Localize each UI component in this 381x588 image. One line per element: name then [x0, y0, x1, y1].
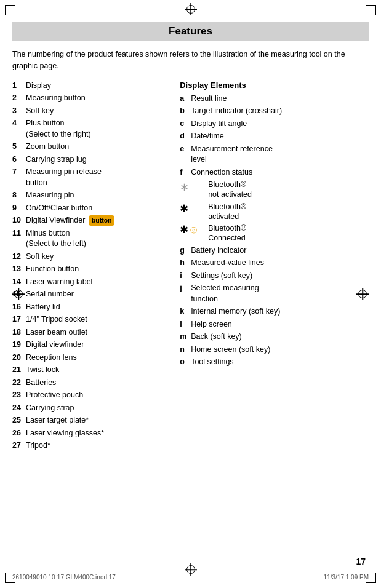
list-item: 23 Protective pouch	[12, 390, 174, 401]
display-item-m: m Back (soft key)	[180, 332, 369, 343]
list-item-21: 21 Twist lock	[12, 365, 174, 376]
bluetooth-group: ∗ Bluetooth®not activated ✱ Bluetooth®ac…	[180, 180, 369, 244]
list-item: 1 Display	[12, 81, 174, 92]
footer: 2610049010 10-17 GLM400C.indd 17 11/3/17…	[12, 574, 369, 581]
button-badge: button	[89, 215, 115, 226]
list-item: 7 Measuring pin releasebutton	[12, 167, 174, 188]
bluetooth-inactive-icon: ∗	[180, 180, 189, 194]
list-item: 6 Carrying strap lug	[12, 154, 174, 165]
list-item: 26 Laser viewing glasses*	[12, 428, 174, 439]
display-item-b: b Target indicator (crosshair)	[180, 106, 369, 117]
list-item: 11 Minus button(Select to the left)	[12, 228, 174, 250]
list-item: 17 1/4" Tripod socket	[12, 314, 174, 325]
display-item-h: h Measured-value lines	[180, 258, 369, 269]
list-item: 19 Digital viewfinder	[12, 340, 174, 351]
list-item: 20 Reception lens	[12, 352, 174, 364]
list-item: 3 Soft key	[12, 106, 174, 117]
display-item-l: l Help screen	[180, 319, 369, 330]
list-item: 16 Battery lid	[12, 302, 174, 313]
display-item-i: i Settings (soft key)	[180, 271, 369, 282]
page-number: 17	[356, 557, 366, 566]
crosshair-top	[185, 3, 197, 15]
page-title: Features	[12, 25, 369, 38]
list-item-18: 18 Laser beam outlet	[12, 327, 174, 338]
display-elements-heading: Display Elements	[180, 81, 369, 90]
display-item-e: e Measurement referencelevel	[180, 144, 369, 165]
list-item: 5 Zoom button	[12, 141, 174, 153]
display-item-d: d Date/time	[180, 131, 369, 142]
bluetooth-connected-icon: ✱	[180, 223, 188, 237]
list-item: 27 Tripod*	[12, 440, 174, 451]
corner-mark-tl	[5, 5, 15, 15]
list-item: 8 Measuring pin	[12, 190, 174, 201]
display-item-a: a Result line	[180, 93, 369, 105]
list-item: 15 Serial number	[12, 289, 174, 300]
display-item-f: f Connection status	[180, 167, 369, 178]
list-item: 25 Laser target plate*	[12, 415, 174, 426]
bluetooth-inactive-row: ∗ Bluetooth®not activated	[180, 180, 369, 200]
display-item-o: o Tool settings	[180, 357, 369, 368]
footer-right: 11/3/17 1:09 PM	[324, 574, 369, 581]
bluetooth-active-icon: ✱	[180, 202, 188, 216]
list-item: 22 Batteries	[12, 378, 174, 389]
footer-left: 2610049010 10-17 GLM400C.indd 17	[12, 574, 116, 581]
right-column: Display Elements a Result line b Target …	[180, 81, 369, 453]
wifi-icon: ⦾	[190, 224, 197, 236]
bluetooth-connected-row: ✱ ⦾ Bluetooth®Connected	[180, 223, 369, 244]
display-item-g: g Battery indicator	[180, 245, 369, 256]
display-item-j: j Selected measuringfunction	[180, 283, 369, 304]
display-item-c: c Display tilt angle	[180, 119, 369, 130]
list-item-13: 13 Function button	[12, 264, 174, 275]
list-item-10: 10 Digital Viewfinder button	[12, 215, 174, 226]
left-column: 1 Display 2 Measuring button 3 Soft key …	[12, 81, 180, 453]
corner-mark-tr	[366, 5, 376, 15]
list-item: 4 Plus button(Select to the right)	[12, 118, 174, 140]
display-item-n: n Home screen (soft key)	[180, 344, 369, 356]
list-item: 9 On/Off/Clear button	[12, 203, 174, 214]
list-item: 2 Measuring button	[12, 93, 174, 104]
list-item-14: 14 Laser warning label	[12, 277, 174, 288]
columns: 1 Display 2 Measuring button 3 Soft key …	[12, 81, 369, 453]
display-item-k: k Internal memory (soft key)	[180, 306, 369, 317]
main-content: Features The numbering of the product fe…	[12, 22, 369, 453]
title-bar: Features	[12, 22, 369, 41]
list-item: 24 Carrying strap	[12, 403, 174, 414]
intro-text: The numbering of the product features sh…	[12, 49, 369, 72]
bluetooth-active-row: ✱ Bluetooth®activated	[180, 202, 369, 222]
list-item: 12 Soft key	[12, 252, 174, 263]
page: Features The numbering of the product fe…	[0, 0, 381, 588]
